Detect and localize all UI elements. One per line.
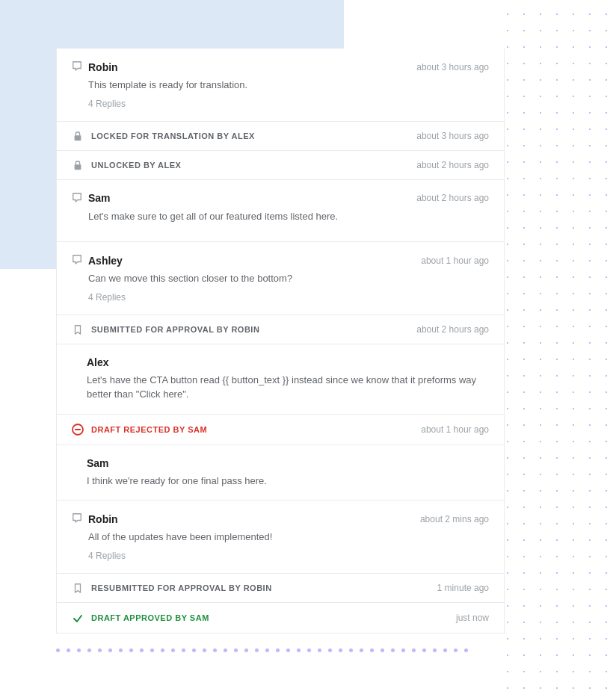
system-timestamp: 1 minute ago — [437, 583, 489, 593]
comment-bubble-icon — [72, 512, 82, 525]
lock-icon — [73, 131, 83, 141]
system-label: UNLOCKED BY ALEX — [91, 161, 181, 170]
system-event-item: LOCKED FOR TRANSLATION BY ALEX about 3 h… — [57, 122, 504, 151]
reject-icon — [72, 424, 84, 436]
indented-author: Sam — [87, 457, 489, 469]
bookmark-icon — [73, 324, 83, 335]
comment-icon — [72, 61, 82, 71]
decorative-dot — [370, 648, 374, 652]
system-timestamp: about 2 hours ago — [416, 160, 489, 170]
decorative-dot — [391, 648, 395, 652]
system-item-left: RESUBMITTED FOR APPROVAL BY ROBIN — [72, 583, 272, 593]
comment-item: Sam about 2 hours ago Let's make sure to… — [57, 180, 504, 243]
bookmark-icon — [73, 583, 83, 593]
decorative-dot — [234, 648, 238, 652]
decorative-dot — [56, 648, 60, 652]
comment-timestamp: about 2 mins ago — [420, 514, 489, 524]
author-name: Robin — [88, 513, 118, 525]
system-item-left: UNLOCKED BY ALEX — [72, 160, 181, 170]
decorative-dot — [433, 648, 437, 652]
system-item-left: DRAFT APPROVED BY SAM — [72, 612, 209, 624]
decorative-dot — [412, 648, 416, 652]
replies-link[interactable]: 4 Replies — [88, 551, 489, 561]
comment-header: Robin about 3 hours ago — [72, 61, 489, 73]
replies-link[interactable]: 4 Replies — [88, 292, 489, 303]
author-name: Sam — [88, 192, 111, 204]
system-icon — [72, 583, 84, 593]
decorative-dot — [443, 648, 447, 652]
decorative-dot — [286, 648, 290, 652]
decorative-dot — [464, 648, 468, 652]
system-item-left: DRAFT REJECTED BY SAM — [72, 424, 207, 436]
decorative-dot — [182, 648, 185, 652]
comment-icon — [72, 254, 82, 264]
decorative-dot — [244, 648, 248, 652]
comment-item: Robin about 2 mins ago All of the update… — [57, 501, 504, 574]
system-timestamp: about 2 hours ago — [416, 324, 489, 335]
system-event-item: SUBMITTED FOR APPROVAL BY ROBIN about 2 … — [57, 315, 504, 344]
decorative-dot — [318, 648, 321, 652]
decorative-dot — [224, 648, 227, 652]
author-name: Robin — [88, 61, 118, 73]
system-item-left: LOCKED FOR TRANSLATION BY ALEX — [72, 131, 255, 141]
system-icon — [72, 324, 84, 335]
decorative-dot — [119, 648, 123, 652]
comment-icon — [72, 512, 82, 523]
system-label: SUBMITTED FOR APPROVAL BY ROBIN — [91, 325, 259, 334]
system-event-item: DRAFT REJECTED BY SAM about 1 hour ago — [57, 415, 504, 445]
comment-body: All of the updates have been implemented… — [88, 530, 489, 545]
decorative-dot — [77, 648, 81, 652]
system-label: RESUBMITTED FOR APPROVAL BY ROBIN — [91, 583, 272, 592]
system-label: LOCKED FOR TRANSLATION BY ALEX — [91, 131, 255, 140]
decorative-dot — [140, 648, 144, 652]
comment-author: Sam — [72, 192, 111, 205]
decorative-dot — [129, 648, 133, 652]
decorative-dot — [213, 648, 217, 652]
comment-body: This template is ready for translation. — [88, 78, 489, 93]
comment-item: Robin about 3 hours ago This template is… — [57, 49, 504, 122]
system-event-item: DRAFT APPROVED BY SAM just now — [57, 603, 504, 634]
comment-item: Ashley about 1 hour ago Can we move this… — [57, 242, 504, 315]
decorative-dot — [161, 648, 164, 652]
dot-pattern-right — [493, 0, 613, 700]
system-timestamp: about 1 hour ago — [421, 424, 489, 435]
comment-header: Ashley about 1 hour ago — [72, 254, 489, 267]
lock-icon — [73, 160, 83, 170]
indented-comment-item: Sam I think we're ready for one final pa… — [57, 445, 504, 501]
comment-body: Let's make sure to get all of our featur… — [88, 209, 489, 224]
author-name: Ashley — [88, 255, 123, 267]
replies-link[interactable]: 4 Replies — [88, 99, 489, 109]
decorative-dot — [307, 648, 311, 652]
decorative-dot — [401, 648, 405, 652]
decorative-dot — [98, 648, 102, 652]
decorative-dot — [297, 648, 301, 652]
system-icon — [72, 131, 84, 141]
activity-list: Robin about 3 hours ago This template is… — [56, 49, 505, 634]
indented-author: Alex — [87, 356, 489, 368]
decorative-dot — [192, 648, 196, 652]
comment-bubble-icon — [72, 61, 82, 73]
svg-rect-1 — [75, 164, 81, 170]
system-label: DRAFT APPROVED BY SAM — [91, 613, 209, 622]
decorative-dot — [150, 648, 154, 652]
comment-header: Robin about 2 mins ago — [72, 512, 489, 525]
comment-body: Can we move this section closer to the b… — [88, 271, 489, 286]
system-timestamp: about 3 hours ago — [416, 131, 489, 141]
decorative-dot — [171, 648, 175, 652]
comment-header: Sam about 2 hours ago — [72, 192, 489, 205]
comment-timestamp: about 2 hours ago — [416, 193, 489, 203]
system-icon — [72, 160, 84, 170]
decorative-dot — [276, 648, 280, 652]
approve-icon — [72, 612, 84, 624]
decorative-dot — [454, 648, 458, 652]
decorative-dot — [381, 648, 384, 652]
system-icon — [72, 424, 84, 436]
comment-author: Robin — [72, 61, 118, 73]
comment-bubble-icon — [72, 192, 82, 205]
system-label: DRAFT REJECTED BY SAM — [91, 425, 207, 434]
system-event-item: RESUBMITTED FOR APPROVAL BY ROBIN 1 minu… — [57, 574, 504, 603]
indented-body: Let's have the CTA button read {{ button… — [87, 373, 489, 402]
decorative-dot — [422, 648, 426, 652]
comment-author: Ashley — [72, 254, 123, 267]
decorative-dot — [328, 648, 332, 652]
